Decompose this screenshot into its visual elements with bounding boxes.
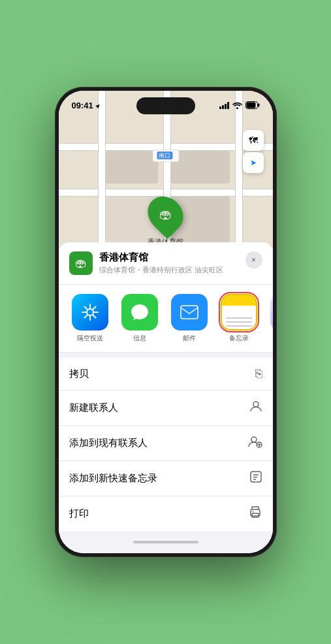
action-add-note-label: 添加到新快速备忘录 — [69, 472, 157, 485]
action-print-label: 打印 — [69, 507, 89, 520]
mail-svg — [180, 304, 199, 320]
dynamic-island — [136, 97, 195, 114]
location-arrow-icon: ▲ — [93, 101, 103, 110]
action-copy[interactable]: 拷贝 ⎘ — [59, 358, 273, 391]
home-bar — [133, 541, 198, 543]
svg-rect-5 — [181, 306, 198, 319]
svg-point-6 — [253, 402, 259, 407]
map-block — [171, 151, 230, 184]
location-button[interactable]: ➤ — [243, 152, 264, 173]
action-add-to-contact[interactable]: 添加到现有联系人 — [59, 426, 273, 461]
home-indicator — [59, 531, 273, 553]
signal-bars — [219, 102, 229, 109]
share-mail[interactable]: 邮件 — [168, 294, 210, 343]
svg-point-7 — [251, 437, 257, 442]
map-label: 南口 — [152, 150, 179, 162]
phone-screen: 09:41 ▲ — [59, 91, 273, 553]
svg-point-17 — [252, 511, 253, 513]
airdrop-svg — [81, 303, 99, 321]
svg-point-4 — [87, 309, 93, 315]
map-block — [106, 151, 158, 184]
notes-label: 备忘录 — [229, 334, 249, 343]
share-airdrop[interactable]: 隔空投送 — [69, 294, 111, 343]
stadium-marker: 🏟 香港体育馆 — [148, 195, 183, 247]
notes-icon — [221, 294, 257, 330]
airdrop-label: 隔空投送 — [77, 334, 103, 343]
location-info: 香港体育馆 综合体育馆・香港特别行政区 油尖旺区 — [99, 251, 239, 275]
copy-icon: ⎘ — [255, 367, 262, 381]
action-add-note[interactable]: 添加到新快速备忘录 — [59, 461, 273, 496]
svg-rect-2 — [258, 104, 260, 107]
messages-label: 信息 — [133, 334, 146, 343]
location-description: 综合体育馆・香港特别行政区 油尖旺区 — [99, 265, 239, 275]
share-row: 隔空投送 信息 — [59, 285, 273, 353]
location-venue-icon: 🏟 — [69, 251, 93, 275]
share-messages[interactable]: 信息 — [119, 294, 161, 343]
new-contact-icon — [249, 400, 262, 416]
action-new-contact-label: 新建联系人 — [69, 402, 118, 414]
airdrop-icon — [72, 294, 108, 330]
bottom-sheet: 🏟 香港体育馆 综合体育馆・香港特别行政区 油尖旺区 × — [59, 242, 273, 553]
mail-label: 邮件 — [183, 334, 196, 343]
share-more[interactable]: 提 — [268, 294, 273, 343]
add-note-icon — [249, 470, 262, 487]
svg-point-0 — [236, 107, 238, 109]
action-add-contact-label: 添加到现有联系人 — [69, 437, 148, 449]
close-button[interactable]: × — [245, 251, 262, 268]
add-contact-icon — [248, 435, 262, 451]
share-notes[interactable]: 备忘录 — [218, 294, 260, 343]
svg-rect-3 — [246, 103, 255, 108]
notes-lines — [226, 317, 252, 327]
wifi-icon — [232, 102, 242, 109]
battery-icon — [245, 101, 260, 109]
map-controls: 🗺 ➤ — [243, 130, 264, 173]
marker-pin: 🏟 — [140, 189, 190, 239]
action-print[interactable]: 打印 — [59, 496, 273, 531]
print-icon — [248, 506, 262, 522]
phone-frame: 09:41 ▲ — [55, 87, 277, 557]
stadium-icon: 🏟 — [159, 207, 172, 222]
messages-svg — [130, 303, 150, 321]
messages-icon — [121, 294, 158, 330]
status-icons — [219, 101, 260, 109]
status-time: 09:41 ▲ — [72, 101, 102, 110]
location-name: 香港体育馆 — [99, 251, 239, 264]
map-type-icon: 🗺 — [249, 135, 258, 146]
action-copy-label: 拷贝 — [69, 368, 89, 380]
map-type-button[interactable]: 🗺 — [243, 130, 264, 151]
action-list: 拷贝 ⎘ 新建联系人 添加到现有联系人 — [59, 358, 273, 531]
svg-rect-16 — [252, 513, 259, 517]
more-icon — [270, 294, 273, 330]
action-new-contact[interactable]: 新建联系人 — [59, 391, 273, 426]
mail-icon — [171, 294, 208, 330]
location-card: 🏟 香港体育馆 综合体育馆・香港特别行政区 油尖旺区 × — [59, 242, 273, 285]
location-arrow-icon: ➤ — [250, 158, 257, 167]
